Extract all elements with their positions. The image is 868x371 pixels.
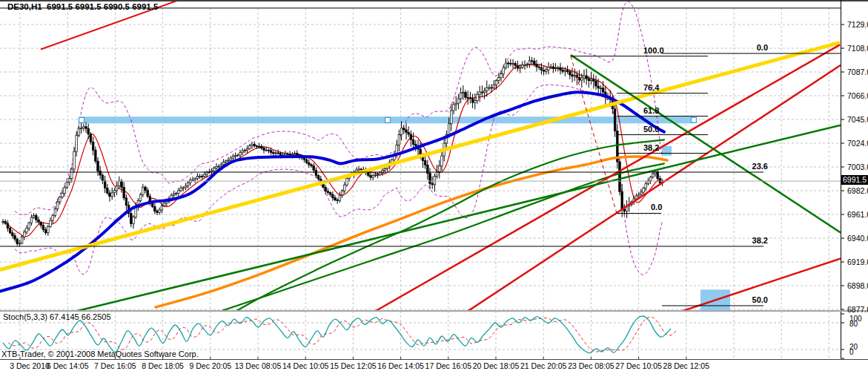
time-axis-label: 28 Dec 12:05 (657, 361, 715, 370)
price-axis-label: 7003.0 (847, 162, 868, 171)
fib-level-label: 50.0 (752, 295, 768, 304)
stoch-main-line (3, 316, 671, 353)
price-axis-label: 7066.0 (847, 91, 868, 100)
stoch-indicator-label: Stoch(5,3,3) 67.4145 66.2505 (3, 312, 111, 321)
small-zone-382[interactable] (662, 146, 672, 156)
chart-title: DE30,H1 6991.5 6991.5 6990.5 6991.5 (7, 2, 158, 11)
fib-level-label: 100.0 (643, 46, 664, 55)
price-axis-label: 6898.0 (847, 281, 868, 290)
price-axis-label: 6919.0 (847, 257, 868, 266)
stoch-signal-line (8, 317, 676, 352)
fib-level-label: 23.6 (752, 162, 768, 171)
selection-handle[interactable] (692, 117, 697, 122)
price-axis-label: 7087.0 (847, 68, 868, 76)
trendline-green-descending[interactable] (571, 55, 841, 232)
selection-handle[interactable] (79, 117, 85, 122)
current-price-badge: 6991.5 (841, 175, 868, 185)
fib-level-label: 0.0 (651, 203, 662, 211)
fib-level-label: 61.8 (643, 106, 659, 115)
price-axis-label: 6877.0 (847, 305, 868, 314)
price-axis-label: 6982.0 (847, 186, 868, 195)
trendlines[interactable] (0, 0, 841, 312)
price-axis-label: 7108.0 (847, 44, 868, 53)
trading-chart-window: DE30,H1 6991.5 6991.5 6990.5 6991.5 Stoc… (0, 0, 868, 371)
selection-handle[interactable] (385, 117, 391, 122)
copyright-text: XTB-Trader, © 2001-2008 MetaQuotes Softw… (1, 349, 199, 358)
price-axis-label: 7045.0 (847, 115, 868, 124)
stoch-axis-label: 80 (849, 320, 858, 329)
fib-level-label: 38.2 (752, 236, 768, 245)
price-axis-label: 6961.0 (847, 210, 868, 219)
fib-level-label: 76.4 (643, 83, 659, 92)
price-axis-label: 6940.0 (847, 234, 868, 243)
price-chart-canvas[interactable] (0, 0, 868, 371)
trendline-red-channel-2[interactable] (467, 65, 841, 312)
ma-green-slow[interactable] (222, 163, 664, 310)
stochastic-oscillator (3, 316, 676, 353)
fib-level-label: 38.2 (643, 143, 659, 152)
moving-averages (0, 92, 667, 329)
price-axis-label: 7129.0 (847, 20, 868, 29)
bollinger-bands (15, 1, 663, 275)
stoch-axis-label: 0 (849, 348, 854, 357)
ma-red-fast (3, 65, 663, 237)
trendline-red-channel-1[interactable] (374, 45, 840, 312)
fib-level-label: 50.0 (643, 125, 659, 134)
fib-level-label: 0.0 (757, 43, 768, 52)
price-axis-label: 7024.0 (847, 139, 868, 148)
ma-orange[interactable] (156, 157, 667, 307)
